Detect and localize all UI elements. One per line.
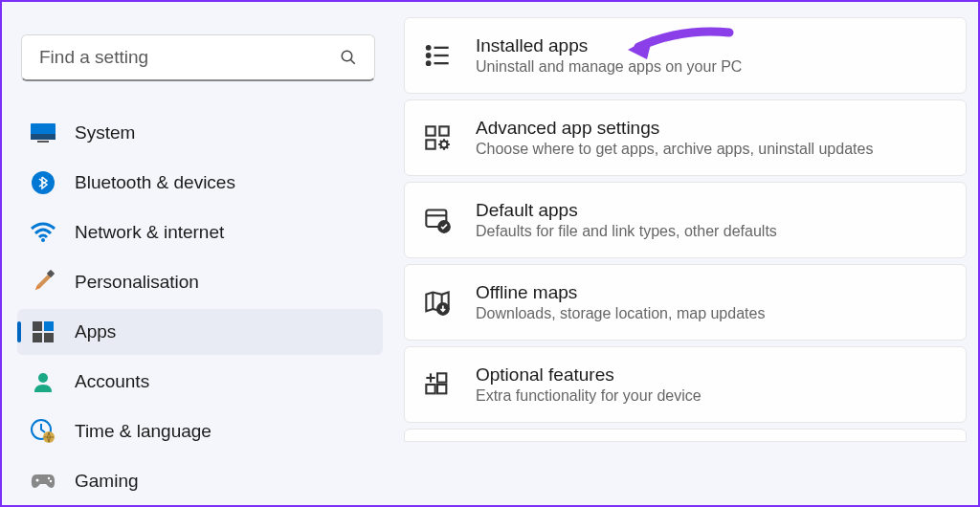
main-content: Installed apps Uninstall and manage apps… <box>394 2 978 505</box>
map-download-icon <box>424 289 451 316</box>
sidebar-item-bluetooth[interactable]: Bluetooth & devices <box>17 160 383 206</box>
sidebar-item-label: Network & internet <box>75 222 224 243</box>
card-installed-apps[interactable]: Installed apps Uninstall and manage apps… <box>404 17 967 94</box>
grid-gear-icon <box>424 124 451 151</box>
sidebar-item-label: Bluetooth & devices <box>75 172 235 193</box>
gaming-icon <box>31 469 56 494</box>
card-text: Installed apps Uninstall and manage apps… <box>476 35 947 76</box>
svg-rect-34 <box>426 385 434 393</box>
sidebar-item-label: System <box>75 122 135 143</box>
accounts-icon <box>31 369 56 394</box>
card-partial <box>404 429 967 442</box>
sidebar-item-label: Accounts <box>75 371 149 392</box>
svg-point-12 <box>38 373 48 383</box>
sidebar-item-label: Apps <box>75 321 116 342</box>
card-default-apps[interactable]: Default apps Defaults for file and link … <box>404 182 967 258</box>
svg-rect-8 <box>33 321 42 331</box>
search-input[interactable] <box>39 47 340 68</box>
card-subtitle: Uninstall and manage apps on your PC <box>476 58 947 76</box>
svg-rect-9 <box>44 321 54 331</box>
card-title: Default apps <box>476 200 947 221</box>
sidebar-item-system[interactable]: System <box>17 110 383 156</box>
window-check-icon <box>424 207 451 233</box>
svg-rect-24 <box>426 126 434 135</box>
svg-point-18 <box>427 46 431 50</box>
svg-point-5 <box>32 171 55 194</box>
card-title: Offline maps <box>476 282 947 303</box>
wifi-icon <box>31 220 56 245</box>
card-offline-maps[interactable]: Offline maps Downloads, storage location… <box>404 264 967 341</box>
sidebar-item-label: Gaming <box>75 471 139 492</box>
svg-rect-11 <box>44 333 54 342</box>
search-icon <box>340 49 357 66</box>
card-title: Installed apps <box>476 35 947 56</box>
card-subtitle: Defaults for file and link types, other … <box>476 223 947 240</box>
clock-globe-icon <box>31 419 56 444</box>
grid-plus-icon <box>424 371 451 398</box>
sidebar-item-label: Time & language <box>75 421 212 442</box>
svg-point-6 <box>41 238 45 242</box>
nav-list: System Bluetooth & devices Network & int… <box>13 110 383 504</box>
system-icon <box>31 121 56 145</box>
svg-point-15 <box>36 479 39 482</box>
card-text: Offline maps Downloads, storage location… <box>476 282 947 322</box>
sidebar-item-label: Personalisation <box>75 272 199 293</box>
card-text: Optional features Extra functionality fo… <box>476 364 947 405</box>
card-title: Optional features <box>476 364 947 386</box>
svg-point-17 <box>50 480 52 482</box>
sidebar-item-apps[interactable]: Apps <box>17 309 383 355</box>
svg-rect-3 <box>31 134 56 140</box>
card-title: Advanced app settings <box>476 118 947 139</box>
list-icon <box>424 42 451 69</box>
sidebar-item-network[interactable]: Network & internet <box>17 209 383 255</box>
sidebar-item-gaming[interactable]: Gaming <box>17 458 383 504</box>
svg-rect-10 <box>33 333 42 342</box>
card-subtitle: Downloads, storage location, map updates <box>476 305 947 322</box>
svg-point-19 <box>427 54 431 57</box>
sidebar-item-time-language[interactable]: Time & language <box>17 408 383 454</box>
card-subtitle: Choose where to get apps, archive apps, … <box>476 141 947 158</box>
svg-point-16 <box>48 477 50 479</box>
card-optional-features[interactable]: Optional features Extra functionality fo… <box>404 346 967 423</box>
card-advanced-app-settings[interactable]: Advanced app settings Choose where to ge… <box>404 99 967 176</box>
svg-point-20 <box>427 61 431 65</box>
search-box[interactable] <box>21 34 375 81</box>
svg-rect-25 <box>439 126 448 135</box>
card-text: Default apps Defaults for file and link … <box>476 200 947 240</box>
svg-rect-35 <box>437 385 446 393</box>
svg-rect-26 <box>426 140 434 148</box>
paintbrush-icon <box>31 270 56 295</box>
sidebar-item-personalisation[interactable]: Personalisation <box>17 259 383 305</box>
svg-line-1 <box>350 59 355 64</box>
bluetooth-icon <box>31 170 56 195</box>
sidebar: System Bluetooth & devices Network & int… <box>2 2 394 505</box>
card-text: Advanced app settings Choose where to ge… <box>476 118 947 158</box>
card-subtitle: Extra functionality for your device <box>476 387 947 405</box>
svg-rect-4 <box>37 141 49 143</box>
svg-point-0 <box>342 51 352 61</box>
svg-rect-36 <box>437 373 446 382</box>
sidebar-item-accounts[interactable]: Accounts <box>17 359 383 405</box>
apps-icon <box>31 320 56 344</box>
